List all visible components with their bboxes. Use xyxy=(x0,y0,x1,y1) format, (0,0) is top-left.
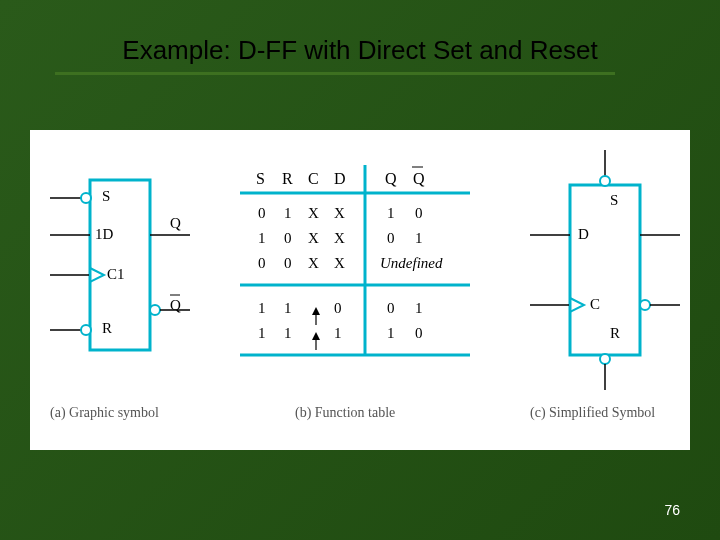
slide-title: Example: D-FF with Direct Set and Reset xyxy=(0,35,720,66)
svg-point-28 xyxy=(640,300,650,310)
hdr-c: C xyxy=(308,170,319,188)
hdr-s: S xyxy=(256,170,265,188)
svg-marker-17 xyxy=(312,307,320,315)
c-r1-s: 1 xyxy=(258,230,266,247)
c-r3-r: 1 xyxy=(284,300,292,317)
c-r1-d: X xyxy=(334,230,345,247)
c-r1-c: X xyxy=(308,230,319,247)
svg-rect-0 xyxy=(90,180,150,350)
page-number: 76 xyxy=(664,502,680,518)
c-r3-q: 0 xyxy=(387,300,395,317)
slide-content: S 1D C1 R Q Q (a) Graphic symbol S R C D… xyxy=(30,130,690,450)
svg-point-7 xyxy=(81,325,91,335)
svg-rect-21 xyxy=(570,185,640,355)
c-r4-s: 1 xyxy=(258,325,266,342)
title-underline xyxy=(55,72,615,75)
c-r3-d: 0 xyxy=(334,300,342,317)
hdr-r: R xyxy=(282,170,293,188)
svg-marker-26 xyxy=(570,298,584,312)
c-r2-c: X xyxy=(308,255,319,272)
svg-point-9 xyxy=(150,305,160,315)
c-r0-r: 1 xyxy=(284,205,292,222)
c-r2-q: Undefined xyxy=(380,255,442,272)
pin-s-c: S xyxy=(610,192,618,209)
hdr-d: D xyxy=(334,170,346,188)
caption-b: (b) Function table xyxy=(295,405,395,421)
svg-point-23 xyxy=(600,176,610,186)
pin-s-a: S xyxy=(102,188,110,205)
caption-a: (a) Graphic symbol xyxy=(50,405,159,421)
c-r4-r: 1 xyxy=(284,325,292,342)
pin-c-c: C xyxy=(590,296,600,313)
c-r0-q: 1 xyxy=(387,205,395,222)
c-r3-qb: 1 xyxy=(415,300,423,317)
pin-qbar-a: Q xyxy=(170,297,181,314)
c-r1-q: 0 xyxy=(387,230,395,247)
pin-d-a: 1D xyxy=(95,226,113,243)
c-r1-qb: 1 xyxy=(415,230,423,247)
c-r0-qb: 0 xyxy=(415,205,423,222)
hdr-qbar: Q xyxy=(413,170,425,188)
c-r2-r: 0 xyxy=(284,255,292,272)
slide: Example: D-FF with Direct Set and Reset … xyxy=(0,0,720,540)
c-r2-s: 0 xyxy=(258,255,266,272)
pin-c-a: C1 xyxy=(107,266,125,283)
svg-marker-19 xyxy=(312,332,320,340)
c-r4-d: 1 xyxy=(334,325,342,342)
c-r1-r: 0 xyxy=(284,230,292,247)
svg-point-30 xyxy=(600,354,610,364)
c-r2-d: X xyxy=(334,255,345,272)
pin-r-a: R xyxy=(102,320,112,337)
c-r3-s: 1 xyxy=(258,300,266,317)
c-r0-c: X xyxy=(308,205,319,222)
c-r4-q: 1 xyxy=(387,325,395,342)
pin-d-c: D xyxy=(578,226,589,243)
pin-q-a: Q xyxy=(170,215,181,232)
pin-r-c: R xyxy=(610,325,620,342)
svg-point-2 xyxy=(81,193,91,203)
caption-c: (c) Simplified Symbol xyxy=(530,405,655,421)
c-r0-d: X xyxy=(334,205,345,222)
svg-marker-5 xyxy=(90,268,104,282)
c-r4-qb: 0 xyxy=(415,325,423,342)
simplified-symbol-c xyxy=(510,145,690,395)
c-r0-s: 0 xyxy=(258,205,266,222)
hdr-q: Q xyxy=(385,170,397,188)
